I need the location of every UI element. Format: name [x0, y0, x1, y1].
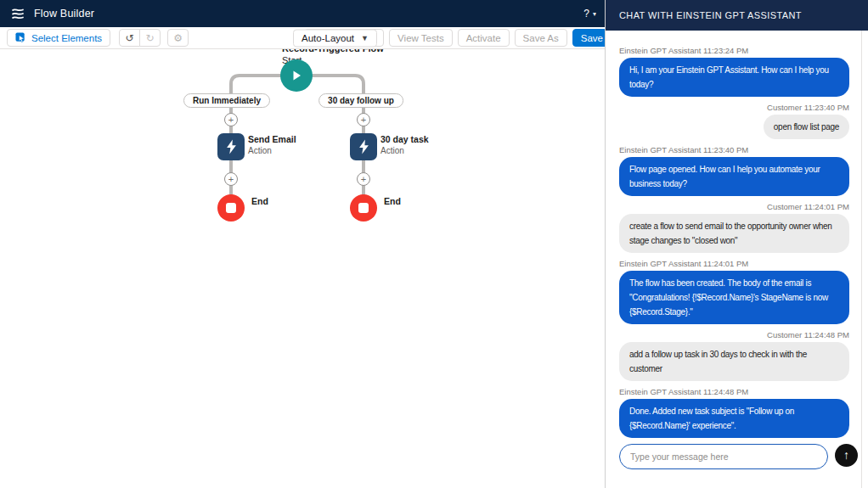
- add-element-button[interactable]: +: [357, 113, 370, 126]
- node-type: Action: [380, 145, 429, 156]
- flow-type-label: Record-Triggered Flow: [282, 49, 384, 54]
- chevron-down-icon: ▼: [361, 34, 369, 42]
- action-node-30-day-task[interactable]: [350, 133, 377, 160]
- chat-composer: ↑: [606, 439, 868, 488]
- action-node-send-email[interactable]: [217, 133, 245, 160]
- undo-button[interactable]: ↺: [119, 29, 140, 47]
- play-icon: [290, 69, 303, 82]
- send-button[interactable]: ↑: [835, 444, 858, 467]
- chat-message: Einstein GPT Assistant 11:23:24 PM Hi, I…: [619, 46, 849, 97]
- auto-layout-dropdown[interactable]: Auto-Layout ▼: [293, 29, 377, 47]
- toolbar-button[interactable]: Save As: [515, 29, 567, 47]
- branch-label-run-immediately: Run Immediately: [183, 93, 270, 108]
- chat-message: Einstein GPT Assistant 11:24:48 PM Done.…: [619, 387, 849, 438]
- flow-builder-icon: [10, 6, 25, 21]
- send-arrow-icon: ↑: [843, 448, 849, 462]
- chat-message-input[interactable]: [619, 444, 828, 469]
- message-bubble: Flow page opened. How can I help you aut…: [619, 157, 849, 196]
- select-cursor-icon: [15, 32, 26, 43]
- undo-icon: ↺: [126, 32, 134, 44]
- node-label: Send Email Action: [248, 134, 296, 156]
- message-bubble: open flow list page: [764, 115, 849, 139]
- start-node[interactable]: [280, 59, 313, 92]
- message-meta: Customer 11:24:01 PM: [767, 202, 849, 211]
- plus-icon: +: [228, 174, 234, 184]
- auto-layout-label: Auto-Layout: [302, 33, 354, 43]
- message-meta: Customer 11:23:40 PM: [767, 103, 849, 112]
- end-node[interactable]: [217, 194, 245, 222]
- chat-message: Einstein GPT Assistant 11:24:01 PM The f…: [619, 259, 849, 324]
- message-meta: Einstein GPT Assistant 11:24:48 PM: [619, 387, 748, 396]
- toolbar: Select Elements ↺ ↻ ⚙ Auto-Layout ▼ Run …: [0, 27, 605, 49]
- stop-icon: [226, 203, 236, 213]
- end-node[interactable]: [350, 194, 377, 222]
- main-area: Flow Builder ? ▾ Select Elements ↺ ↻ ⚙ A…: [0, 0, 605, 488]
- settings-button[interactable]: ⚙: [167, 29, 189, 47]
- chat-message: Customer 11:24:01 PM create a flow to se…: [619, 202, 849, 253]
- flow-builder-app: Flow Builder ? ▾ Select Elements ↺ ↻ ⚙ A…: [0, 0, 868, 488]
- save-button[interactable]: Save: [572, 29, 605, 47]
- message-meta: Einstein GPT Assistant 11:24:01 PM: [619, 259, 748, 268]
- add-element-button[interactable]: +: [224, 172, 238, 186]
- stop-icon: [358, 203, 369, 213]
- help-icon[interactable]: ?: [583, 8, 589, 20]
- undo-redo-group: ↺ ↻: [119, 29, 161, 47]
- message-meta: Customer 11:24:48 PM: [767, 330, 849, 339]
- header-right: ? ▾: [583, 8, 596, 20]
- select-elements-button[interactable]: Select Elements: [7, 29, 110, 47]
- node-title: 30 day task: [380, 134, 429, 145]
- plus-icon: +: [228, 115, 234, 125]
- add-element-button[interactable]: +: [357, 172, 370, 186]
- gear-icon: ⚙: [173, 32, 183, 44]
- flow-canvas[interactable]: Record-Triggered Flow Start Run Immediat…: [0, 49, 605, 488]
- message-bubble: Hi, I am your Einstein GPT Assistant. Ho…: [619, 58, 849, 97]
- lightning-bolt-icon: [225, 139, 238, 154]
- chat-header: CHAT WITH EINSTEIN GPT ASSISTANT: [606, 0, 868, 31]
- einstein-chat-panel: CHAT WITH EINSTEIN GPT ASSISTANT Einstei…: [605, 0, 868, 488]
- toolbar-button[interactable]: View Tests: [389, 29, 453, 47]
- chat-message: Customer 11:23:40 PM open flow list page: [619, 103, 849, 139]
- select-elements-label: Select Elements: [31, 33, 102, 43]
- message-bubble: Done. Added new task subject is "Follow …: [619, 399, 849, 438]
- plus-icon: +: [361, 174, 366, 184]
- node-title: Send Email: [248, 134, 296, 145]
- end-label: End: [251, 196, 268, 206]
- lightning-bolt-icon: [358, 139, 370, 154]
- message-meta: Einstein GPT Assistant 11:23:40 PM: [619, 145, 748, 154]
- chat-message: Einstein GPT Assistant 11:23:40 PM Flow …: [619, 145, 849, 196]
- message-bubble: create a flow to send email to the oppor…: [619, 214, 849, 253]
- message-bubble: add a follow up task in 30 days to check…: [619, 342, 849, 381]
- message-bubble: The flow has been created. The body of t…: [619, 271, 849, 324]
- chevron-down-icon[interactable]: ▾: [593, 10, 596, 18]
- redo-button[interactable]: ↻: [139, 29, 161, 47]
- chat-messages[interactable]: Einstein GPT Assistant 11:23:24 PM Hi, I…: [606, 31, 868, 439]
- message-meta: Einstein GPT Assistant 11:23:24 PM: [619, 46, 748, 55]
- node-label: 30 day task Action: [380, 134, 429, 156]
- app-title: Flow Builder: [34, 8, 94, 20]
- chat-title: CHAT WITH EINSTEIN GPT ASSISTANT: [619, 10, 802, 20]
- branch-label-30-day-follow-up: 30 day follow up: [318, 93, 403, 108]
- end-label: End: [384, 196, 401, 206]
- app-header: Flow Builder ? ▾: [0, 0, 605, 27]
- plus-icon: +: [361, 115, 366, 125]
- node-type: Action: [248, 145, 296, 156]
- add-element-button[interactable]: +: [224, 113, 238, 126]
- redo-icon: ↻: [146, 32, 155, 44]
- toolbar-button[interactable]: Activate: [458, 29, 510, 47]
- chat-message: Customer 11:24:48 PM add a follow up tas…: [619, 330, 849, 381]
